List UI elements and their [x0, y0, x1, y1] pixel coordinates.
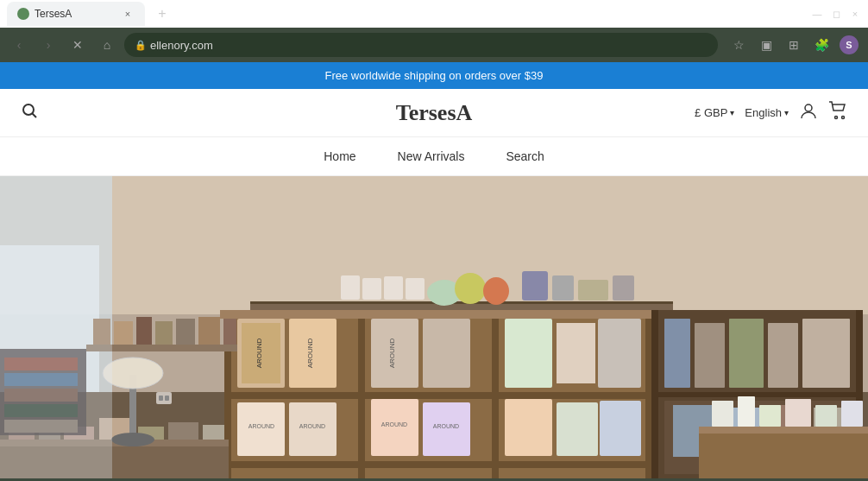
nav-new-arrivals[interactable]: New Arrivals — [398, 149, 465, 163]
svg-rect-50 — [505, 399, 552, 456]
profile-avatar: S — [840, 35, 859, 54]
language-selector[interactable]: English — [745, 106, 789, 119]
restore-button[interactable]: ◻ — [830, 8, 842, 20]
promo-banner: Free worldwide shipping on orders over $… — [0, 62, 868, 89]
site-nav: Home New Arrivals Search — [0, 137, 868, 176]
svg-rect-103 — [156, 392, 172, 404]
currency-selector[interactable]: £ GBP — [695, 106, 734, 119]
svg-rect-44 — [289, 402, 337, 456]
browser-chrome: TersesA × + — ◻ × ‹ › ✕ ⌂ 🔒 ellenory.com… — [0, 0, 868, 62]
active-tab[interactable]: TersesA × — [7, 2, 145, 26]
svg-rect-98 — [155, 321, 173, 345]
cart-button[interactable] — [828, 101, 847, 124]
svg-rect-15 — [406, 278, 425, 300]
language-label: English — [745, 106, 782, 119]
star-button[interactable]: ☆ — [726, 33, 751, 57]
svg-rect-104 — [159, 396, 163, 401]
sidebar-button[interactable]: ▣ — [754, 33, 778, 57]
svg-rect-41 — [598, 319, 641, 388]
svg-rect-46 — [371, 399, 418, 456]
svg-rect-13 — [362, 278, 381, 300]
tab-title: TersesA — [35, 8, 116, 20]
svg-line-1 — [33, 114, 37, 118]
svg-text:AROUND: AROUND — [255, 338, 263, 368]
nav-search[interactable]: Search — [506, 149, 544, 163]
svg-point-18 — [483, 277, 509, 305]
svg-rect-60 — [768, 323, 798, 388]
svg-text:AROUND: AROUND — [433, 423, 459, 429]
svg-rect-51 — [557, 402, 598, 456]
tab-favicon — [17, 8, 29, 20]
svg-rect-28 — [224, 392, 654, 399]
svg-text:AROUND: AROUND — [388, 338, 396, 368]
svg-rect-105 — [165, 396, 169, 401]
site-logo[interactable]: TersesA — [396, 100, 473, 126]
currency-label: £ GBP — [695, 106, 727, 119]
toolbar-icons: ☆ ▣ ⊞ 🧩 S — [726, 33, 861, 57]
account-button[interactable]: 🧩 — [809, 33, 833, 57]
svg-rect-70 — [738, 396, 755, 427]
svg-text:AROUND: AROUND — [248, 423, 274, 429]
svg-rect-39 — [505, 319, 552, 388]
svg-point-0 — [23, 104, 34, 115]
nav-home[interactable]: Home — [324, 149, 355, 163]
title-bar: TersesA × + — ◻ × — [0, 0, 868, 28]
lock-icon: 🔒 — [135, 40, 147, 51]
back-button[interactable]: ‹ — [7, 33, 31, 57]
logo-text: TersesA — [396, 100, 473, 125]
svg-rect-14 — [384, 276, 403, 300]
svg-point-3 — [835, 117, 838, 119]
svg-rect-71 — [759, 405, 781, 427]
svg-rect-40 — [557, 323, 595, 383]
svg-rect-74 — [841, 401, 863, 427]
hero-svg: AROUND AROUND AROUND AROUND AROUND AROUN… — [0, 176, 868, 478]
svg-rect-57 — [664, 319, 690, 388]
address-input[interactable]: 🔒 ellenory.com — [124, 33, 718, 57]
header-right: £ GBP English — [695, 101, 847, 124]
svg-text:AROUND: AROUND — [306, 338, 314, 368]
extensions-button[interactable]: ⊞ — [782, 33, 806, 57]
svg-rect-58 — [695, 323, 725, 388]
promo-text: Free worldwide shipping on orders over $… — [325, 69, 544, 82]
svg-rect-21 — [578, 280, 608, 301]
address-bar: ‹ › ✕ ⌂ 🔒 ellenory.com ☆ ▣ ⊞ 🧩 S — [0, 28, 868, 62]
profile-button[interactable]: S — [837, 33, 861, 57]
svg-rect-20 — [552, 275, 574, 301]
svg-rect-72 — [785, 399, 811, 427]
svg-rect-29 — [224, 461, 654, 468]
minimize-button[interactable]: — — [811, 8, 823, 20]
svg-rect-22 — [613, 275, 634, 301]
svg-rect-69 — [712, 401, 733, 427]
close-button[interactable]: × — [849, 8, 861, 20]
svg-point-87 — [111, 433, 154, 446]
svg-rect-102 — [0, 176, 112, 478]
svg-point-2 — [805, 104, 812, 111]
svg-rect-19 — [522, 271, 548, 301]
header-search-button[interactable] — [21, 102, 38, 123]
website: Free worldwide shipping on orders over $… — [0, 62, 868, 478]
svg-rect-97 — [136, 317, 152, 345]
window-controls: — ◻ × — [811, 8, 861, 20]
svg-rect-59 — [729, 319, 764, 388]
svg-point-17 — [455, 273, 486, 304]
svg-text:AROUND: AROUND — [299, 423, 325, 429]
home-button[interactable]: ⌂ — [95, 33, 119, 57]
svg-rect-100 — [198, 317, 220, 345]
svg-rect-82 — [168, 422, 198, 440]
new-tab-button[interactable]: + — [152, 3, 173, 24]
tab-close-button[interactable]: × — [121, 7, 135, 21]
svg-rect-96 — [114, 321, 133, 345]
svg-rect-48 — [423, 402, 470, 456]
reload-button[interactable]: ✕ — [66, 33, 90, 57]
forward-button[interactable]: › — [36, 33, 60, 57]
svg-rect-101 — [223, 319, 236, 345]
svg-point-4 — [842, 117, 845, 119]
hero-image: AROUND AROUND AROUND AROUND AROUND AROUN… — [0, 176, 868, 478]
svg-rect-67 — [699, 431, 868, 478]
svg-rect-68 — [699, 427, 868, 434]
svg-rect-30 — [220, 310, 651, 319]
svg-rect-38 — [423, 319, 470, 388]
account-button[interactable] — [799, 101, 818, 124]
svg-rect-12 — [341, 275, 360, 300]
svg-rect-42 — [237, 402, 285, 456]
